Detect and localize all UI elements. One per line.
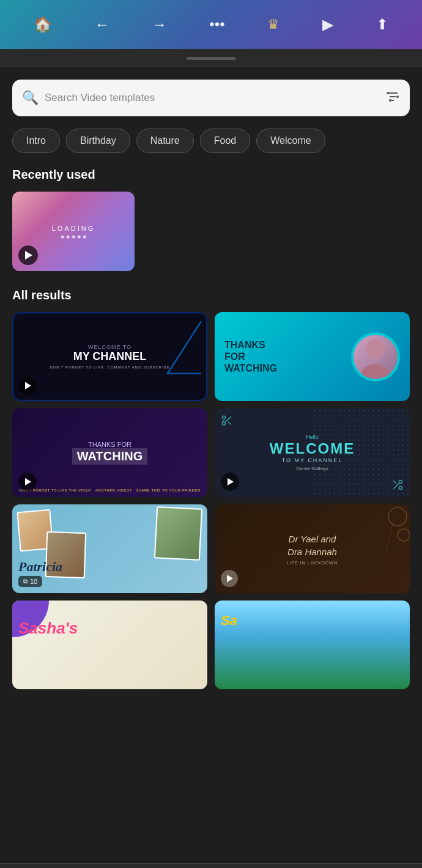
- svg-point-3: [387, 92, 389, 94]
- result-card-8[interactable]: Sa: [215, 600, 410, 689]
- chip-intro[interactable]: Intro: [12, 129, 60, 153]
- chips-row: Intro Birthday Nature Food Welcome: [12, 129, 410, 153]
- chip-birthday[interactable]: Birthday: [66, 129, 130, 153]
- play-icon: [228, 478, 234, 485]
- all-results-section: All results WELCOME TO MY CHANNEL DON'T …: [12, 288, 410, 689]
- search-placeholder-text: Search Video templates: [45, 92, 385, 104]
- notch-pill: [187, 57, 235, 60]
- share-icon[interactable]: ⬆: [376, 16, 388, 33]
- result-card-7[interactable]: Sasha's: [12, 600, 207, 689]
- search-bar[interactable]: 🔍 Search Video templates: [12, 80, 410, 116]
- notch-bar: [0, 49, 422, 67]
- recently-used-section: Recently used LOADING: [12, 168, 410, 271]
- crown-icon[interactable]: ♛: [267, 17, 279, 32]
- result-card-4[interactable]: Hello WELCOME TO MY CHANNEL Daniel Galle…: [215, 408, 410, 497]
- svg-point-18: [398, 529, 410, 541]
- all-results-title: All results: [12, 288, 410, 302]
- svg-point-17: [388, 507, 407, 526]
- card2-text: THANKSFORWATCHING: [224, 339, 277, 375]
- chip-welcome[interactable]: Welcome: [256, 129, 325, 153]
- card5-name: Patricia: [18, 559, 62, 575]
- svg-point-13: [399, 487, 402, 490]
- svg-point-14: [399, 481, 402, 484]
- chip-food[interactable]: Food: [200, 129, 250, 153]
- recently-used-title: Recently used: [12, 168, 410, 182]
- svg-point-5: [389, 99, 391, 102]
- card3-play-button[interactable]: [18, 473, 37, 491]
- svg-point-6: [366, 339, 385, 359]
- result-card-5[interactable]: Patricia ⧉ 10: [12, 504, 207, 593]
- card8-text: Sa: [221, 613, 237, 629]
- card3-text: THANKS FOR WATCHING: [72, 441, 147, 465]
- recent-thumb-label: LOADING: [52, 225, 95, 239]
- card3-bottom: DON'T FORGET TO LIKE THE VIDEO ANOTHER V…: [12, 488, 207, 492]
- more-icon[interactable]: •••: [209, 16, 224, 33]
- search-icon: 🔍: [22, 90, 39, 106]
- svg-point-4: [396, 95, 399, 98]
- svg-line-16: [393, 481, 396, 484]
- play-icon: [25, 478, 31, 485]
- card6-subtitle: LIFE IN LOCKDOWN: [287, 561, 338, 565]
- card3-cta2: ANOTHER VIDEO?: [95, 488, 132, 492]
- result-card-1[interactable]: WELCOME TO MY CHANNEL DON'T FORGET TO LI…: [12, 312, 207, 401]
- card5-counter: ⧉ 10: [18, 576, 42, 587]
- card6-dr: Dr Yael and Dra Hannah: [287, 533, 338, 558]
- result-card-2[interactable]: THANKSFORWATCHING: [215, 312, 410, 401]
- play-icon: [227, 575, 233, 582]
- card6-text: Dr Yael and Dra Hannah LIFE IN LOCKDOWN: [287, 533, 338, 565]
- copy-icon: ⧉: [23, 578, 28, 585]
- thumb-dots: [52, 236, 95, 239]
- play-icon[interactable]: ▶: [322, 16, 333, 33]
- redo-icon[interactable]: →: [152, 16, 167, 33]
- play-icon: [25, 382, 31, 389]
- result-card-3[interactable]: THANKS FOR WATCHING DON'T FORGET TO LIKE…: [12, 408, 207, 497]
- card2-line1: THANKSFORWATCHING: [224, 339, 277, 375]
- undo-icon[interactable]: ←: [95, 16, 109, 33]
- collage-photo-2: [154, 506, 202, 561]
- play-triangle-icon: [25, 251, 32, 260]
- main-content: 🔍 Search Video templates Intro Birthday …: [0, 67, 422, 863]
- svg-point-7: [361, 364, 390, 378]
- svg-point-9: [223, 422, 226, 425]
- chip-nature[interactable]: Nature: [136, 129, 194, 153]
- recent-play-button[interactable]: [18, 245, 38, 265]
- filter-icon[interactable]: [385, 89, 400, 107]
- card3-watching: WATCHING: [72, 448, 147, 465]
- card2-avatar: [351, 332, 400, 381]
- card4-play-button[interactable]: [221, 473, 239, 491]
- card6-play-button[interactable]: [221, 570, 238, 587]
- card1-play-button[interactable]: [18, 376, 37, 395]
- card7-text: Sasha's: [18, 619, 78, 638]
- result-card-6[interactable]: Dr Yael and Dra Hannah LIFE IN LOCKDOWN: [215, 504, 410, 593]
- results-grid: WELCOME TO MY CHANNEL DON'T FORGET TO LI…: [12, 312, 410, 689]
- home-icon[interactable]: 🏠: [34, 16, 52, 33]
- recent-thumb[interactable]: LOADING: [12, 192, 135, 271]
- svg-point-8: [223, 416, 226, 419]
- top-bar: 🏠 ← → ••• ♛ ▶ ⬆: [0, 0, 422, 49]
- svg-line-11: [228, 422, 231, 425]
- bottom-nav: Templates Elements Gallery: [0, 863, 422, 868]
- card3-thanks-for: THANKS FOR: [72, 441, 147, 448]
- card3-cta3: SHARE THIS TO YOUR FRIENDS: [136, 488, 201, 492]
